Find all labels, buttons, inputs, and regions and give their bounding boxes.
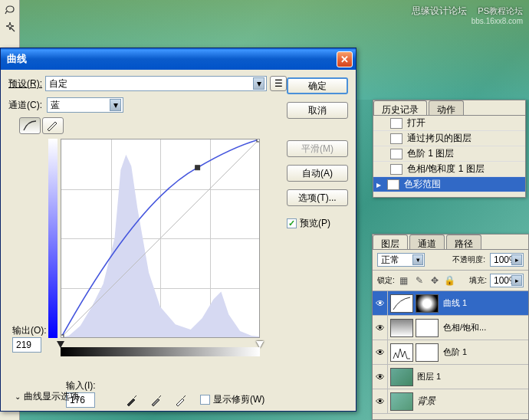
layer-list: 👁 曲线 1 👁 色相/饱和... 👁 色阶 1 👁 图层 1 👁 背景 [373, 291, 528, 419]
svg-rect-3 [196, 166, 200, 170]
tab-paths[interactable]: 路径 [446, 235, 481, 249]
visibility-icon[interactable]: 👁 [373, 365, 388, 389]
channel-select[interactable]: 蓝 ▾ [47, 97, 123, 113]
ok-button[interactable]: 确定 [287, 77, 348, 94]
channel-label: 通道(C): [8, 99, 42, 112]
svg-rect-6 [392, 345, 412, 360]
preset-menu-button[interactable]: ☰ [270, 76, 287, 91]
opacity-input[interactable]: 100%▸ [490, 253, 524, 267]
doc-icon [387, 179, 399, 190]
lock-label: 锁定: [377, 275, 395, 286]
layer-thumb[interactable] [390, 368, 413, 386]
history-item[interactable]: 打开 [373, 116, 525, 131]
history-panel: 历史记录 动作 打开 通过拷贝的图层 色阶 1 图层 色相/饱和度 1 图层 ▸… [373, 100, 526, 198]
cancel-button[interactable]: 取消 [287, 102, 348, 119]
curve-mode-button[interactable] [19, 117, 41, 134]
tab-layers[interactable]: 图层 [373, 235, 408, 249]
visibility-icon[interactable]: 👁 [373, 291, 388, 316]
lock-all-icon[interactable]: 🔒 [444, 274, 456, 287]
layer-thumb[interactable] [390, 392, 413, 411]
preview-checkbox[interactable] [287, 218, 297, 228]
layer-mask-thumb[interactable] [416, 294, 439, 313]
history-item[interactable]: 色相/饱和度 1 图层 [373, 162, 525, 177]
curves-dialog: 曲线 ✕ 预设(R): 自定 ▾ ☰ 通道(C): 蓝 ▾ [0, 48, 356, 412]
lock-move-icon[interactable]: ✥ [429, 274, 441, 287]
adjustment-thumb[interactable] [390, 343, 413, 362]
lasso-tool-icon[interactable] [0, 2, 19, 18]
white-eyedropper-icon[interactable] [172, 392, 189, 409]
watermark: 思缘设计论坛 PS教程论坛 [412, 4, 523, 18]
visibility-icon[interactable]: 👁 [373, 316, 388, 340]
svg-rect-5 [392, 296, 412, 311]
smooth-button: 平滑(M) [287, 140, 348, 157]
show-clipping-label: 显示修剪(W) [213, 393, 264, 406]
blend-mode-select[interactable]: 正常▾ [377, 253, 425, 267]
history-item[interactable]: ▸色彩范围 [373, 177, 525, 192]
input-gradient [61, 347, 260, 356]
chevron-right-icon[interactable]: ▸ [511, 275, 522, 286]
layer-row[interactable]: 👁 色相/饱和... [373, 316, 528, 340]
output-group: 输出(O): [12, 324, 54, 353]
layer-row[interactable]: 👁 曲线 1 [373, 291, 528, 316]
history-marker-icon: ▸ [376, 179, 381, 190]
layer-row[interactable]: 👁 背景 [373, 389, 528, 414]
lock-brush-icon[interactable]: ✎ [413, 274, 426, 287]
layer-row[interactable]: 👁 色阶 1 [373, 340, 528, 365]
svg-rect-2 [61, 335, 64, 337]
output-label: 输出(O): [12, 324, 54, 337]
chevron-right-icon[interactable]: ▸ [511, 254, 522, 265]
output-gradient [48, 139, 58, 338]
auto-button[interactable]: 自动(A) [287, 165, 348, 182]
svg-line-1 [61, 139, 259, 337]
fill-label: 填充: [469, 275, 487, 286]
doc-icon [390, 118, 402, 129]
svg-rect-4 [257, 139, 259, 142]
opacity-label: 不透明度: [452, 254, 485, 265]
visibility-icon[interactable]: 👁 [373, 340, 388, 365]
history-item[interactable]: 色阶 1 图层 [373, 146, 525, 162]
curve-display-options[interactable]: 曲线显示选项 [24, 390, 79, 403]
layer-mask-thumb[interactable] [416, 343, 439, 362]
curve-grid[interactable] [61, 139, 260, 338]
doc-icon [390, 149, 402, 159]
output-input[interactable] [12, 337, 41, 353]
tab-actions[interactable]: 动作 [429, 100, 464, 115]
curves-graph[interactable] [61, 139, 260, 338]
chevron-down-icon[interactable]: ▾ [412, 254, 423, 265]
history-item[interactable]: 通过拷贝的图层 [373, 131, 525, 146]
preset-select[interactable]: 自定 ▾ [45, 76, 267, 91]
options-button[interactable]: 选项(T)... [287, 189, 348, 206]
svg-line-0 [11, 28, 15, 31]
expand-icon[interactable]: ⌄ [15, 392, 21, 401]
layers-panel: 图层 通道 路径 正常▾ 不透明度: 100%▸ 锁定: ▦ ✎ ✥ 🔒 填充:… [372, 234, 529, 420]
adjustment-thumb[interactable] [390, 319, 413, 337]
preview-label: 预览(P) [300, 217, 330, 230]
close-button[interactable]: ✕ [337, 51, 353, 67]
dialog-title: 曲线 [4, 52, 337, 66]
visibility-icon[interactable]: 👁 [373, 389, 388, 414]
history-list: 打开 通过拷贝的图层 色阶 1 图层 色相/饱和度 1 图层 ▸色彩范围 [373, 116, 525, 197]
adjustment-thumb[interactable] [390, 294, 413, 313]
layer-row[interactable]: 👁 图层 1 [373, 365, 528, 389]
black-eyedropper-icon[interactable] [123, 392, 140, 409]
preset-label: 预设(R): [8, 77, 42, 90]
tab-history[interactable]: 历史记录 [373, 100, 427, 115]
doc-icon [390, 133, 402, 144]
lock-transparency-icon[interactable]: ▦ [398, 274, 410, 287]
wand-tool-icon[interactable] [0, 18, 19, 35]
pencil-mode-button[interactable] [42, 117, 64, 134]
show-clipping-checkbox[interactable] [200, 395, 210, 405]
curve-line[interactable] [61, 139, 259, 337]
watermark-url: bbs.16xx8.com [472, 17, 523, 25]
dialog-titlebar[interactable]: 曲线 ✕ [1, 48, 356, 70]
chevron-down-icon[interactable]: ▾ [253, 77, 264, 90]
fill-input[interactable]: 100%▸ [490, 274, 524, 287]
layer-mask-thumb[interactable] [416, 319, 439, 337]
doc-icon [390, 164, 402, 175]
chevron-down-icon[interactable]: ▾ [110, 99, 121, 111]
gray-eyedropper-icon[interactable] [148, 392, 165, 409]
tab-channels[interactable]: 通道 [409, 235, 445, 249]
